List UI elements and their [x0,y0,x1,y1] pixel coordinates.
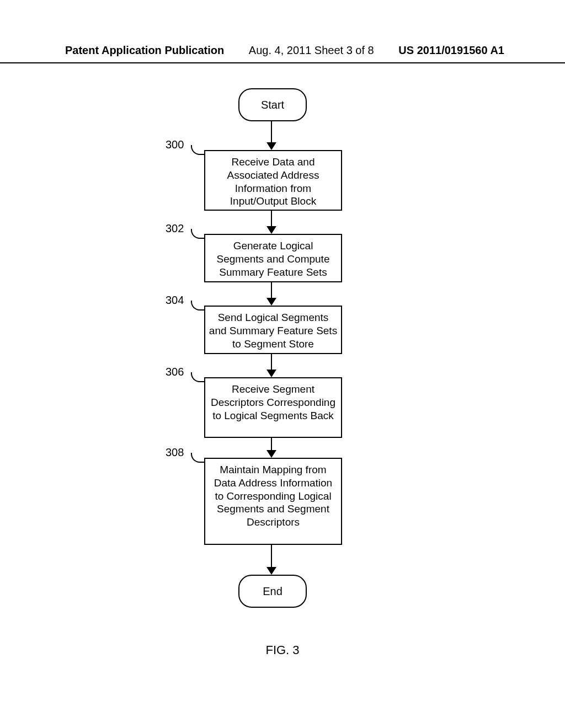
process-302: Generate Logical Segments and Compute Su… [204,234,342,282]
process-306-text: Receive Segment Descriptors Correspondin… [211,383,335,421]
flowchart: Start 300 Receive Data and Associated Ad… [0,83,565,634]
ref-300: 300 [166,138,184,151]
arrowhead-icon [266,226,276,234]
ref-308: 308 [166,446,184,459]
terminator-start: Start [238,88,307,121]
figure-label: FIG. 3 [0,643,565,657]
process-308: Maintain Mapping from Data Address Infor… [204,458,342,545]
ref-tick [191,372,205,382]
page-header: Patent Application Publication Aug. 4, 2… [0,44,565,63]
arrowhead-icon [266,298,276,306]
ref-tick [191,229,205,239]
ref-tick [191,453,205,463]
ref-tick [191,145,205,155]
arrowhead-icon [266,450,276,458]
arrowhead-icon [266,370,276,377]
process-306: Receive Segment Descriptors Correspondin… [204,377,342,438]
header-mid: Aug. 4, 2011 Sheet 3 of 8 [249,44,374,57]
connector [271,120,272,144]
process-304-text: Send Logical Segments and Summary Featur… [209,312,337,350]
header-right: US 2011/0191560 A1 [398,44,504,57]
header-left: Patent Application Publication [65,44,224,57]
process-302-text: Generate Logical Segments and Compute Su… [217,240,330,278]
ref-302: 302 [166,222,184,235]
arrowhead-icon [266,142,276,150]
terminator-end: End [238,575,307,608]
ref-304: 304 [166,294,184,307]
ref-306: 306 [166,366,184,378]
process-300-text: Receive Data and Associated Address Info… [227,156,319,207]
terminator-end-label: End [263,585,282,598]
connector [271,545,272,569]
arrowhead-icon [266,567,276,575]
terminator-start-label: Start [261,99,284,111]
process-308-text: Maintain Mapping from Data Address Infor… [214,464,332,528]
process-304: Send Logical Segments and Summary Featur… [204,306,342,354]
ref-tick [191,301,205,311]
process-300: Receive Data and Associated Address Info… [204,150,342,211]
